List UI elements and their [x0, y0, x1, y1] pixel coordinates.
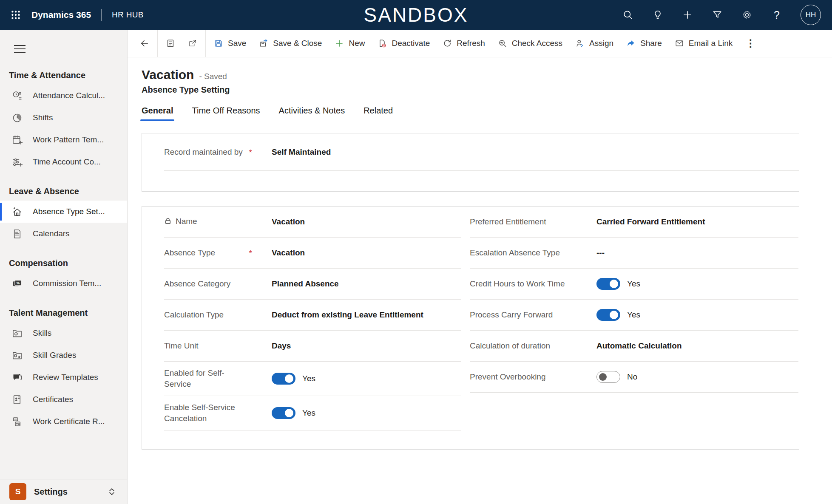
- shifts-pie-icon: [11, 112, 23, 124]
- quick-create-button[interactable]: [682, 9, 693, 21]
- tab-activities-notes[interactable]: Activities & Notes: [279, 106, 345, 121]
- field-label: Process Carry Forward: [470, 309, 580, 320]
- save-and-close-button[interactable]: Save & Close: [253, 34, 328, 53]
- command-bar-divider: [205, 30, 206, 57]
- field-calculation-type: Calculation Type Deduct from existing Le…: [164, 300, 461, 331]
- toggle-state-label: No: [627, 372, 637, 382]
- form-column-right: Preferred Entitlement Carried Forward En…: [461, 207, 798, 393]
- section-header-leave-absence: Leave & Absence: [9, 187, 127, 196]
- new-button[interactable]: New: [328, 34, 371, 53]
- general-section-card: Name Vacation Absence Type * Vacation Ab…: [142, 206, 799, 450]
- sidebar-item-label: Calendars: [33, 229, 70, 238]
- record-maintained-card: Record maintained by * Self Maintained: [142, 133, 799, 192]
- tab-time-off-reasons[interactable]: Time Off Reasons: [192, 106, 260, 121]
- back-button[interactable]: [133, 34, 156, 53]
- sidebar-item-absence-type-settings[interactable]: Absence Type Set...: [0, 201, 127, 223]
- field-value[interactable]: Automatic Calculation: [596, 341, 682, 351]
- check-access-button[interactable]: Check Access: [491, 34, 569, 53]
- app-launcher-waffle-icon[interactable]: [9, 8, 22, 21]
- user-avatar[interactable]: HH: [801, 5, 821, 25]
- collapse-sidebar-button[interactable]: [14, 42, 26, 55]
- filter-button[interactable]: [711, 9, 723, 21]
- share-button[interactable]: Share: [620, 34, 668, 53]
- field-label: Prevent Overbooking: [470, 371, 580, 382]
- save-button[interactable]: Save: [207, 34, 253, 53]
- app-name[interactable]: HR HUB: [112, 10, 144, 20]
- prevent-overbooking-toggle[interactable]: [596, 371, 620, 383]
- field-calculation-of-duration: Calculation of duration Automatic Calcul…: [470, 331, 798, 362]
- field-value[interactable]: Vacation: [272, 217, 305, 227]
- sidebar-item-skill-grades[interactable]: Skill Grades: [0, 344, 127, 366]
- field-value[interactable]: ---: [596, 248, 605, 258]
- sidebar-item-label: Review Templates: [33, 373, 98, 382]
- field-record-maintained-by: Record maintained by * Self Maintained: [164, 133, 799, 171]
- check-access-magnifier-icon: [498, 39, 507, 48]
- form-column-left: Name Vacation Absence Type * Vacation Ab…: [142, 207, 461, 430]
- field-value[interactable]: Days: [272, 341, 291, 351]
- record-header: Vacation - Saved: [142, 68, 832, 82]
- field-label: Record maintained by *: [164, 147, 256, 158]
- refresh-button[interactable]: Refresh: [436, 34, 491, 53]
- calendar-plus-icon: [11, 134, 23, 146]
- sidebar-item-attendance-calculation[interactable]: Attendance Calcul...: [0, 85, 127, 107]
- sidebar-item-label: Absence Type Set...: [33, 207, 105, 216]
- deactivate-button[interactable]: Deactivate: [371, 34, 436, 53]
- field-label: Enabled for Self-Service: [164, 368, 256, 390]
- form-tabs: General Time Off Reasons Activities & No…: [142, 106, 832, 121]
- field-value: No: [596, 371, 637, 383]
- email-link-button[interactable]: Email a Link: [668, 34, 739, 53]
- sidebar-item-skills[interactable]: Skills: [0, 322, 127, 344]
- field-time-unit: Time Unit Days: [164, 331, 461, 362]
- settings-gear-button[interactable]: [741, 9, 753, 21]
- assign-button[interactable]: Assign: [569, 34, 620, 53]
- sidebar-item-certificates[interactable]: Certificates: [0, 388, 127, 411]
- sidebar-item-calendars[interactable]: Calendars: [0, 223, 127, 245]
- tab-general[interactable]: General: [142, 106, 173, 121]
- required-marker: *: [249, 248, 252, 259]
- home-star-icon: [11, 206, 23, 218]
- area-switcher-chevrons-icon[interactable]: [107, 487, 117, 497]
- sidebar-item-time-account[interactable]: Time Account Co...: [0, 151, 127, 173]
- sidebar-item-commission-template[interactable]: % Commission Tem...: [0, 272, 127, 294]
- field-value[interactable]: Carried Forward Entitlement: [596, 217, 705, 227]
- sidebar-item-work-pattern-template[interactable]: Work Pattern Tem...: [0, 129, 127, 151]
- email-link-label: Email a Link: [689, 39, 733, 48]
- app-shell: Time & Attendance Attendance Calcul... S…: [0, 30, 832, 504]
- field-label: Name: [164, 216, 256, 228]
- more-commands-button[interactable]: ⋮: [739, 34, 762, 53]
- popout-icon: [188, 39, 197, 48]
- settings-area-icon: S: [9, 483, 26, 500]
- sidebar-nav: Time & Attendance Attendance Calcul... S…: [0, 57, 127, 479]
- topbar-divider: [101, 9, 102, 21]
- field-value[interactable]: Vacation: [272, 248, 305, 258]
- section-header-time-attendance: Time & Attendance: [9, 71, 127, 80]
- field-value[interactable]: Self Maintained: [272, 147, 331, 157]
- enable-self-service-cancelation-toggle[interactable]: [272, 407, 295, 419]
- credit-hours-toggle[interactable]: [596, 278, 620, 290]
- svg-text:%: %: [17, 281, 20, 285]
- enabled-for-self-service-toggle[interactable]: [272, 373, 295, 385]
- guided-help-button[interactable]: [652, 9, 664, 21]
- field-preferred-entitlement: Preferred Entitlement Carried Forward En…: [470, 207, 798, 238]
- skills-folder-icon: [11, 328, 23, 339]
- form-selector-button[interactable]: [159, 34, 182, 53]
- field-value[interactable]: Planned Absence: [272, 279, 339, 289]
- area-switcher-settings[interactable]: S Settings: [0, 479, 127, 504]
- environment-label: SANDBOX: [364, 3, 469, 26]
- sidebar-item-review-templates[interactable]: Review Templates: [0, 366, 127, 388]
- gear-icon: [741, 9, 752, 20]
- field-value[interactable]: Deduct from existing Leave Entitlement: [272, 310, 423, 320]
- process-carry-forward-toggle[interactable]: [596, 309, 620, 321]
- open-in-new-window-button[interactable]: [182, 34, 204, 53]
- sidebar-item-shifts[interactable]: Shifts: [0, 107, 127, 129]
- field-label: Enable Self-Service Cancelation: [164, 402, 256, 424]
- dynamics-365-brand[interactable]: Dynamics 365: [31, 10, 91, 20]
- plus-icon: [682, 9, 693, 20]
- section-header-talent-management: Talent Management: [9, 308, 127, 318]
- field-absence-category: Absence Category Planned Absence: [164, 269, 461, 300]
- field-credit-hours-to-work-time: Credit Hours to Work Time Yes: [470, 269, 798, 300]
- help-button[interactable]: ?: [771, 9, 783, 21]
- tab-related[interactable]: Related: [363, 106, 393, 121]
- search-button[interactable]: [622, 9, 634, 21]
- sidebar-item-work-certificate-requests[interactable]: Work Certificate R...: [0, 411, 127, 433]
